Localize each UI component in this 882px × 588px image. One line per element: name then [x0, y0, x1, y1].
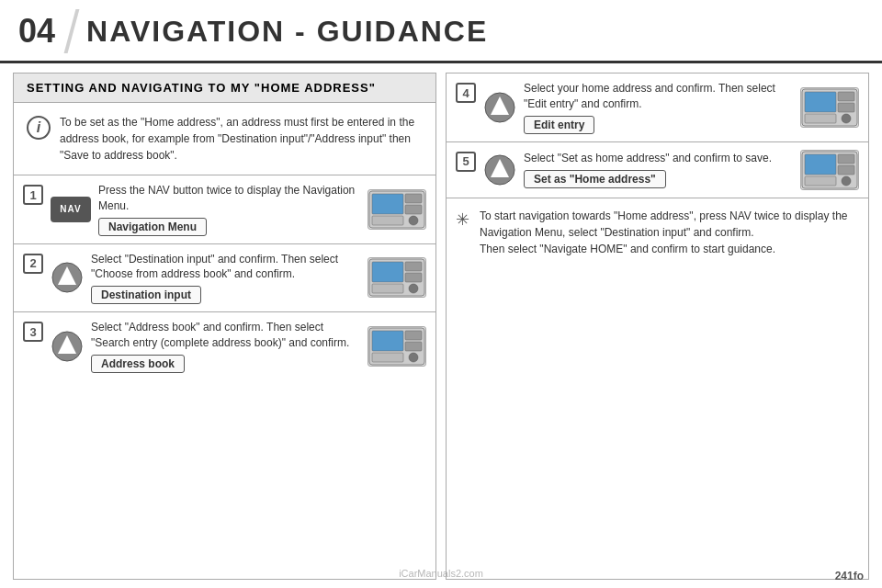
step-number-3: 3 — [23, 322, 43, 342]
step-5-badge: Set as "Home address" — [524, 170, 666, 188]
step-row-3: 3 Select "Address book" and confirm. The… — [14, 312, 435, 380]
step-row-2: 2 Select "Destination input" and confirm… — [14, 244, 435, 313]
info-box: i To be set as the "Home address", an ad… — [14, 103, 435, 175]
step-2-badge: Destination input — [91, 286, 201, 304]
step-3-content: Select "Address book" and confirm. Then … — [91, 320, 360, 373]
svg-point-20 — [409, 353, 418, 362]
step-1-text: Press the NAV button twice to display th… — [98, 183, 360, 214]
right-column: 4 Select your home address and confirm. … — [446, 73, 869, 580]
watermark: iCarManuals2.com — [399, 568, 483, 579]
svg-rect-9 — [372, 262, 403, 282]
svg-rect-3 — [405, 205, 422, 214]
step-5-content: Select "Set as home address" and confirm… — [524, 151, 793, 188]
page-number: 241fo — [835, 570, 864, 582]
info-text: To be set as the "Home address", an addr… — [60, 114, 423, 164]
note-star-icon: ✳ — [456, 208, 469, 232]
step-4-content: Select your home address and confirm. Th… — [524, 81, 793, 134]
arrow-icon-3 — [51, 330, 84, 363]
svg-rect-2 — [405, 194, 422, 203]
chapter-title: NAVIGATION - GUIDANCE — [86, 15, 488, 49]
step-5-text: Select "Set as home address" and confirm… — [524, 151, 793, 166]
step-4-text: Select your home address and confirm. Th… — [524, 81, 793, 112]
step-2-content: Select "Destination input" and confirm. … — [91, 252, 360, 305]
step-number-2: 2 — [23, 254, 43, 274]
svg-rect-17 — [372, 331, 403, 351]
svg-rect-19 — [405, 342, 422, 351]
step-3-badge: Address book — [91, 355, 185, 373]
nav-button: NAV — [51, 197, 91, 222]
main-content: SETTING AND NAVIGATING TO MY "HOME ADDRE… — [0, 63, 882, 588]
svg-rect-25 — [805, 92, 836, 112]
svg-rect-1 — [372, 194, 403, 214]
svg-rect-29 — [805, 114, 836, 123]
step-row-5: 5 Select "Set as home address" and confi… — [447, 142, 868, 198]
svg-point-12 — [409, 284, 418, 293]
step-2-text: Select "Destination input" and confirm. … — [91, 252, 360, 283]
svg-rect-18 — [405, 331, 422, 340]
step-row-1: 1 NAV Press the NAV button twice to disp… — [14, 175, 435, 244]
step-3-text: Select "Address book" and confirm. Then … — [91, 320, 360, 351]
device-img-5 — [800, 150, 859, 190]
step-1-content: Press the NAV button twice to display th… — [98, 183, 360, 236]
svg-point-4 — [409, 216, 418, 225]
step-number-1: 1 — [23, 185, 43, 205]
svg-rect-11 — [405, 273, 422, 282]
step-4-badge: Edit entry — [524, 116, 594, 134]
arrow-icon-2 — [51, 261, 84, 294]
step-row-4: 4 Select your home address and confirm. … — [447, 74, 868, 142]
device-svg-1 — [368, 190, 425, 229]
svg-point-28 — [842, 114, 851, 123]
svg-rect-33 — [805, 154, 836, 175]
svg-point-36 — [842, 176, 851, 186]
device-img-3 — [368, 326, 426, 367]
svg-rect-13 — [372, 284, 403, 293]
step-number-5: 5 — [456, 152, 476, 172]
device-img-4 — [800, 87, 859, 128]
svg-rect-35 — [838, 165, 854, 175]
page-header: 04 NAVIGATION - GUIDANCE — [0, 0, 882, 63]
note-text: To start navigation towards "Home addres… — [480, 208, 855, 257]
arrow-icon-4 — [483, 91, 516, 124]
device-img-2 — [368, 257, 426, 298]
svg-rect-27 — [838, 103, 854, 112]
svg-rect-37 — [805, 176, 836, 186]
svg-rect-26 — [838, 92, 854, 101]
svg-rect-34 — [838, 154, 854, 164]
header-divider — [64, 9, 80, 53]
svg-rect-5 — [372, 216, 403, 225]
step-number-4: 4 — [456, 83, 476, 103]
info-icon: i — [27, 116, 51, 140]
left-column: SETTING AND NAVIGATING TO MY "HOME ADDRE… — [13, 73, 436, 580]
svg-rect-10 — [405, 262, 422, 271]
svg-rect-21 — [372, 353, 403, 362]
arrow-icon-5 — [483, 153, 516, 187]
chapter-number: 04 — [18, 15, 55, 48]
note-box: ✳ To start navigation towards "Home addr… — [447, 198, 868, 579]
device-img-1 — [368, 189, 426, 230]
step-1-badge: Navigation Menu — [98, 218, 207, 236]
section-heading: SETTING AND NAVIGATING TO MY "HOME ADDRE… — [14, 74, 435, 103]
